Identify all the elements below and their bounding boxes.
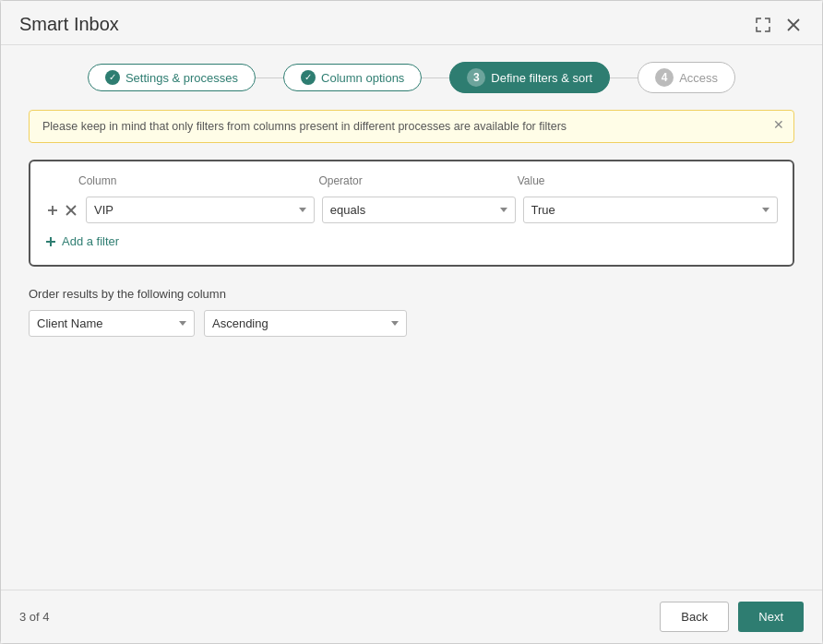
add-filter-button[interactable]: Add a filter — [45, 231, 119, 252]
add-filter-label: Add a filter — [62, 234, 119, 248]
footer-info: 3 of 4 — [19, 610, 50, 624]
close-button[interactable] — [783, 17, 804, 33]
filter-row: VIP Client Name Status Date equals not e… — [45, 197, 778, 223]
filter-operator-select[interactable]: equals not equals contains greater than … — [322, 197, 516, 223]
step-4-number: 4 — [655, 68, 674, 87]
footer-buttons: Back Next — [660, 602, 804, 632]
step-access-label: Access — [679, 71, 718, 85]
filter-row-actions — [45, 203, 78, 218]
header-icons — [752, 16, 804, 34]
alert-message: Please keep in mind that only filters fr… — [42, 120, 567, 133]
value-header: Value — [518, 174, 778, 187]
order-column-select[interactable]: Client Name VIP Status Date — [29, 310, 195, 337]
operator-header: Operator — [318, 174, 506, 187]
step-settings-label: Settings & processes — [125, 71, 238, 85]
step-column: ✓ Column options — [283, 64, 422, 91]
step-check-icon: ✓ — [105, 70, 120, 85]
step-access: 4 Access — [638, 62, 735, 93]
back-button[interactable]: Back — [660, 602, 729, 632]
modal-body: Please keep in mind that only filters fr… — [1, 110, 822, 590]
alert-close-button[interactable]: ✕ — [773, 118, 784, 131]
step-check-icon-2: ✓ — [301, 70, 316, 85]
modal-footer: 3 of 4 Back Next — [1, 590, 822, 643]
step-3-number: 3 — [467, 68, 485, 87]
modal-title: Smart Inbox — [19, 14, 119, 35]
order-section: Order results by the following column Cl… — [29, 287, 794, 337]
column-header: Column — [45, 174, 307, 187]
step-connector-3 — [610, 78, 638, 78]
step-filters-label: Define filters & sort — [491, 71, 592, 85]
order-direction-select[interactable]: Ascending Descending — [204, 310, 407, 337]
smart-inbox-modal: Smart Inbox ✓ Settings & — [0, 0, 823, 644]
filters-box: Column Operator Value — [29, 160, 794, 267]
stepper: ✓ Settings & processes ✓ Column options … — [1, 45, 822, 110]
filter-header-row: Column Operator Value — [45, 174, 778, 187]
expand-button[interactable] — [752, 16, 774, 34]
step-filters: 3 Define filters & sort — [449, 62, 610, 93]
step-connector-2 — [422, 78, 449, 78]
alert-banner: Please keep in mind that only filters fr… — [29, 110, 794, 143]
filter-value-select[interactable]: True False — [523, 197, 778, 223]
step-connector-1 — [256, 78, 283, 78]
step-column-label: Column options — [321, 71, 404, 85]
filter-column-select[interactable]: VIP Client Name Status Date — [86, 197, 315, 223]
next-button[interactable]: Next — [738, 602, 804, 632]
order-row: Client Name VIP Status Date Ascending De… — [29, 310, 794, 337]
order-label: Order results by the following column — [29, 287, 794, 301]
filter-add-inline-button[interactable] — [45, 203, 60, 218]
filter-remove-button[interactable] — [64, 203, 78, 218]
modal-header: Smart Inbox — [1, 1, 822, 44]
step-settings: ✓ Settings & processes — [88, 64, 256, 91]
